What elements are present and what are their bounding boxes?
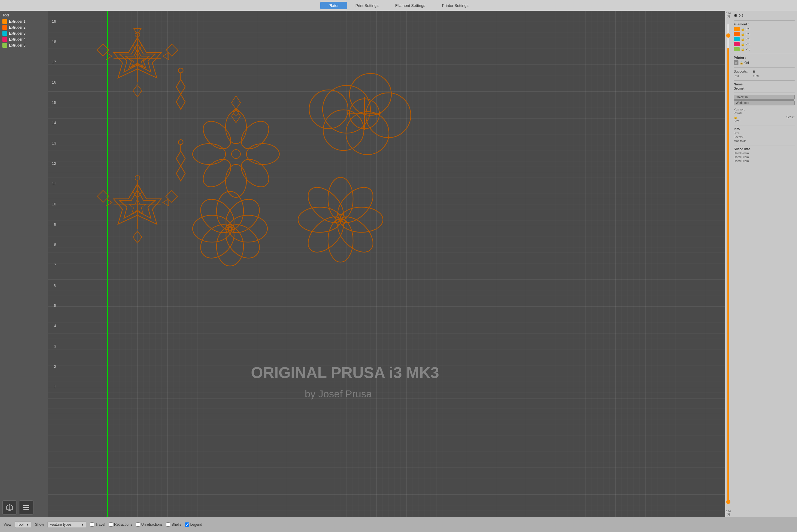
used-filament-3-label: Used Filam bbox=[734, 159, 749, 163]
retractions-checkbox[interactable] bbox=[109, 522, 113, 527]
svg-text:1: 1 bbox=[54, 384, 56, 389]
svg-text:16: 16 bbox=[52, 80, 56, 84]
svg-text:6: 6 bbox=[54, 283, 56, 287]
lock-icon-4: 🔒 bbox=[741, 43, 744, 46]
filament-4-row[interactable]: 🔒 Pru bbox=[734, 42, 795, 46]
filament-section: Filament : 🔒 Pru 🔒 Pru 🔒 Pru bbox=[734, 22, 795, 51]
extruder-3-item[interactable]: Extruder 3 bbox=[2, 31, 45, 36]
print-setting-row: ⚙ 0.2 bbox=[734, 13, 795, 18]
unretractions-checkbox[interactable] bbox=[136, 522, 140, 527]
top-bar: Plater Print Settings Filament Settings … bbox=[0, 0, 797, 11]
unretractions-label: Unretractions bbox=[141, 522, 163, 527]
view-label: View bbox=[4, 522, 11, 527]
slider-track[interactable] bbox=[727, 24, 729, 504]
canvas-area[interactable]: 19 18 17 16 15 14 13 12 11 10 9 8 7 6 5 … bbox=[48, 11, 725, 517]
tab-plater[interactable]: Plater bbox=[320, 2, 347, 9]
right-panel: ⚙ 0.2 Filament : 🔒 Pru 🔒 bbox=[731, 11, 797, 517]
svg-text:5: 5 bbox=[54, 303, 56, 308]
shells-checkbox-item[interactable]: Shells bbox=[166, 522, 181, 527]
svg-text:2: 2 bbox=[54, 364, 56, 369]
filament-1-row[interactable]: 🔒 Pru bbox=[734, 27, 795, 31]
legend-label: Legend bbox=[190, 522, 202, 527]
object-manipulate-button[interactable]: Object m bbox=[734, 95, 795, 100]
svg-text:10: 10 bbox=[52, 202, 56, 206]
divider-6 bbox=[734, 125, 795, 126]
sliced-info-section: Sliced Info Used Filam Used Filam Used F… bbox=[734, 147, 795, 163]
slider-handle-bottom[interactable] bbox=[726, 500, 730, 504]
tab-print-settings[interactable]: Print Settings bbox=[347, 2, 387, 9]
divider-5 bbox=[734, 93, 795, 93]
show-dropdown[interactable]: Feature types ▼ bbox=[48, 521, 86, 528]
main-layout: Tool Extruder 1 Extruder 2 Extruder 3 Ex… bbox=[0, 11, 797, 517]
used-filament-1-row: Used Filam bbox=[734, 152, 795, 155]
right-panel-content: ⚙ 0.2 Filament : 🔒 Pru 🔒 bbox=[731, 11, 797, 517]
extruder-1-color bbox=[2, 19, 7, 24]
svg-text:8: 8 bbox=[54, 242, 56, 247]
filament-2-row[interactable]: 🔒 Pru bbox=[734, 32, 795, 36]
show-dropdown-arrow-icon: ▼ bbox=[81, 522, 84, 527]
infill-value: 15% bbox=[753, 74, 759, 78]
used-filament-1-label: Used Filam bbox=[734, 152, 749, 155]
scale-row: 🔒 Scale: bbox=[734, 116, 795, 119]
shells-checkbox[interactable] bbox=[166, 522, 170, 527]
extruder-5-item[interactable]: Extruder 5 bbox=[2, 43, 45, 48]
retractions-checkbox-item[interactable]: Retractions bbox=[109, 522, 132, 527]
info-section: Info Size: Facets: Manifold: bbox=[734, 127, 795, 143]
extruder-1-item[interactable]: Extruder 1 bbox=[2, 19, 45, 24]
view-select-arrow-icon: ▼ bbox=[26, 522, 29, 527]
tab-printer-settings[interactable]: Printer Settings bbox=[433, 2, 477, 9]
svg-text:4: 4 bbox=[54, 324, 56, 328]
tab-filament-settings[interactable]: Filament Settings bbox=[387, 2, 433, 9]
used-filament-2-label: Used Filam bbox=[734, 155, 749, 159]
scale-label: Scale: bbox=[786, 116, 795, 119]
travel-checkbox-item[interactable]: Travel bbox=[90, 522, 105, 527]
layers-view-button[interactable] bbox=[19, 500, 34, 515]
extruder-1-label: Extruder 1 bbox=[9, 19, 25, 24]
position-label: Position: bbox=[734, 108, 745, 111]
extruder-3-color bbox=[2, 31, 7, 36]
3d-view-button[interactable] bbox=[2, 500, 17, 515]
rotate-row: Rotate: bbox=[734, 112, 795, 115]
view-select[interactable]: Tool ▼ bbox=[15, 521, 31, 528]
show-dropdown-value: Feature types bbox=[50, 522, 71, 527]
infill-label: Infill: bbox=[734, 74, 752, 78]
print-setting-section: ⚙ 0.2 bbox=[734, 13, 795, 18]
filament-5-row[interactable]: 🔒 Pru bbox=[734, 47, 795, 51]
printer-label: Printer : bbox=[734, 56, 795, 59]
view-select-value: Tool bbox=[17, 522, 24, 527]
supports-value: E bbox=[753, 70, 755, 73]
world-coords-button[interactable]: World coo bbox=[734, 100, 795, 106]
name-section: Name Geomet bbox=[734, 82, 795, 90]
lock-icon-2: 🔒 bbox=[741, 33, 744, 36]
used-filament-2-row: Used Filam bbox=[734, 155, 795, 159]
filament-3-row[interactable]: 🔒 Pru bbox=[734, 37, 795, 41]
rotate-label: Rotate: bbox=[734, 112, 743, 115]
divider-3 bbox=[734, 68, 795, 68]
used-filament-3-row: Used Filam bbox=[734, 159, 795, 163]
filament-3-text: Pru bbox=[746, 38, 795, 41]
unretractions-checkbox-item[interactable]: Unretractions bbox=[136, 522, 163, 527]
filament-2-text: Pru bbox=[746, 33, 795, 36]
extruder-4-item[interactable]: Extruder 4 bbox=[2, 37, 45, 42]
supports-row: Supports: E bbox=[734, 70, 795, 73]
svg-text:13: 13 bbox=[52, 141, 56, 146]
legend-checkbox[interactable] bbox=[185, 522, 189, 527]
extruder-2-item[interactable]: Extruder 2 bbox=[2, 25, 45, 30]
travel-checkbox[interactable] bbox=[90, 522, 94, 527]
svg-text:3: 3 bbox=[54, 344, 56, 348]
svg-text:18: 18 bbox=[52, 39, 56, 44]
size-row: Size: bbox=[734, 119, 795, 123]
infill-row: Infill: 15% bbox=[734, 74, 795, 78]
divider-7 bbox=[734, 145, 795, 146]
print-setting-value: 0.2 bbox=[739, 14, 743, 17]
slider-handle-top[interactable] bbox=[726, 34, 730, 38]
filament-5-color bbox=[734, 47, 740, 51]
printer-row: 🖨 🔒 Ori bbox=[734, 60, 795, 65]
travel-label: Travel bbox=[95, 522, 105, 527]
legend-checkbox-item[interactable]: Legend bbox=[185, 522, 202, 527]
extruder-4-label: Extruder 4 bbox=[9, 37, 25, 41]
main-panel: 19 18 17 16 15 14 13 12 11 10 9 8 7 6 5 … bbox=[48, 11, 797, 517]
svg-rect-5 bbox=[23, 507, 29, 508]
left-sidebar: Tool Extruder 1 Extruder 2 Extruder 3 Ex… bbox=[0, 11, 48, 517]
lock-icon-5: 🔒 bbox=[741, 48, 744, 51]
